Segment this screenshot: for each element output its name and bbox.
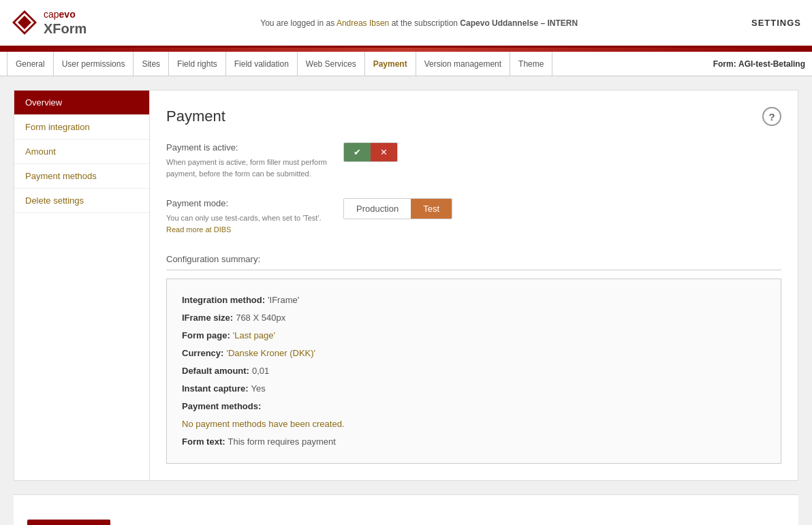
config-summary-title: Configuration summary: <box>166 254 781 270</box>
config-val-iframe: 768 X 540px <box>236 309 285 327</box>
payment-active-label-col: Payment is active: When payment is activ… <box>166 142 330 179</box>
login-prefix: You are logged in as <box>260 18 334 28</box>
config-key-payment-methods: Payment methods: <box>182 398 261 415</box>
form-info: Form: AGI-test-Betaling <box>713 59 805 69</box>
sidebar-item-form-integration[interactable]: Form integration <box>14 115 149 140</box>
production-mode-btn[interactable]: Production <box>344 199 411 219</box>
payment-mode-toggle: Production Test <box>343 198 452 219</box>
config-key-currency: Currency: <box>182 345 223 362</box>
config-key-iframe: IFrame size: <box>182 309 233 327</box>
subscription-name: Capevo Uddannelse – INTERN <box>460 18 578 28</box>
config-val-currency: 'Danske Kroner (DKK)' <box>226 345 315 362</box>
bottom-bar: Save changes <box>14 494 798 525</box>
config-val-no-methods: No payment methods have been created. <box>182 415 344 433</box>
sidebar-item-payment-methods[interactable]: Payment methods <box>14 164 149 189</box>
config-key-integration: Integration method: <box>182 291 265 309</box>
config-val-form-text: This form requires payment <box>228 433 336 451</box>
tab-sites[interactable]: Sites <box>134 52 169 76</box>
form-label: Form: <box>713 59 736 69</box>
payment-active-row: Payment is active: When payment is activ… <box>166 142 781 179</box>
tab-theme[interactable]: Theme <box>510 52 552 76</box>
test-mode-btn[interactable]: Test <box>411 199 452 219</box>
config-val-instant-capture: Yes <box>251 380 266 398</box>
save-changes-button[interactable]: Save changes <box>27 520 110 525</box>
sidebar: Overview Form integration Amount Payment… <box>14 90 150 481</box>
payment-mode-row: Payment mode: You can only use test-card… <box>166 198 781 235</box>
settings-label: SETTINGS <box>751 18 801 28</box>
logo-icon <box>11 9 38 36</box>
page-title: Payment <box>166 108 225 125</box>
payment-active-control: ✔ ✕ <box>343 142 781 162</box>
header: capevo XForm You are logged in as Andrea… <box>0 0 812 48</box>
logo-text: capevo XForm <box>44 9 87 37</box>
logo-area: capevo XForm <box>11 9 87 37</box>
config-key-form-page: Form page: <box>182 327 230 345</box>
tab-general[interactable]: General <box>7 52 54 76</box>
config-val-default-amount: 0,01 <box>252 362 269 380</box>
content-area: Payment ? Payment is active: When paymen… <box>150 90 798 481</box>
sidebar-item-overview[interactable]: Overview <box>14 91 149 115</box>
payment-active-label: Payment is active: <box>166 142 330 153</box>
config-key-default-amount: Default amount: <box>182 362 249 380</box>
payment-mode-label-col: Payment mode: You can only use test-card… <box>166 198 330 235</box>
tab-field-rights[interactable]: Field rights <box>169 52 226 76</box>
config-val-integration: 'IFrame' <box>268 291 299 309</box>
tab-field-validation[interactable]: Field validation <box>226 52 298 76</box>
payment-active-description: When payment is active, form filler must… <box>166 157 330 179</box>
config-iframe-size: IFrame size: 768 X 540px <box>182 309 766 327</box>
config-form-page: Form page: 'Last page' <box>182 327 766 345</box>
payment-mode-desc-text: You can only use test-cards, when set to… <box>166 214 322 222</box>
config-val-form-page: 'Last page' <box>233 327 275 345</box>
payment-mode-description: You can only use test-cards, when set to… <box>166 212 330 235</box>
tab-web-services[interactable]: Web Services <box>298 52 365 76</box>
config-integration-method: Integration method: 'IFrame' <box>182 291 766 309</box>
payment-mode-label: Payment mode: <box>166 198 330 208</box>
read-more-dibs-link[interactable]: Read more at DIBS <box>166 225 231 234</box>
payment-active-check-btn[interactable]: ✔ <box>344 143 371 161</box>
sidebar-item-delete-settings[interactable]: Delete settings <box>14 189 149 213</box>
payment-active-toggle: ✔ ✕ <box>343 142 398 162</box>
config-currency: Currency: 'Danske Kroner (DKK)' <box>182 345 766 362</box>
tab-version-management[interactable]: Version management <box>416 52 510 76</box>
tab-user-permissions[interactable]: User permissions <box>54 52 134 76</box>
nav-tabs: General User permissions Sites Field rig… <box>0 52 812 76</box>
payment-mode-control: Production Test <box>343 198 781 219</box>
tab-payment[interactable]: Payment <box>365 52 416 76</box>
logo-xform: XForm <box>44 20 87 37</box>
config-summary-box: Integration method: 'IFrame' IFrame size… <box>166 279 781 464</box>
payment-active-x-btn[interactable]: ✕ <box>371 143 397 161</box>
config-instant-capture: Instant capture: Yes <box>182 380 766 398</box>
main-container: Overview Form integration Amount Payment… <box>14 90 798 481</box>
header-login-info: You are logged in as Andreas Ibsen at th… <box>100 18 738 28</box>
config-no-payment-methods: No payment methods have been created. <box>182 415 766 433</box>
config-form-text: Form text: This form requires payment <box>182 433 766 451</box>
sidebar-item-amount[interactable]: Amount <box>14 140 149 164</box>
help-button[interactable]: ? <box>762 107 781 126</box>
user-name-link[interactable]: Andreas Ibsen <box>337 18 389 28</box>
subscription-prefix: at the subscription <box>392 18 460 28</box>
form-name: AGI-test-Betaling <box>738 59 805 69</box>
logo-capevo: capevo <box>44 9 87 20</box>
config-key-form-text: Form text: <box>182 433 225 451</box>
config-default-amount: Default amount: 0,01 <box>182 362 766 380</box>
config-key-instant-capture: Instant capture: <box>182 380 249 398</box>
page-title-row: Payment ? <box>166 107 781 126</box>
config-payment-methods: Payment methods: <box>182 398 766 415</box>
